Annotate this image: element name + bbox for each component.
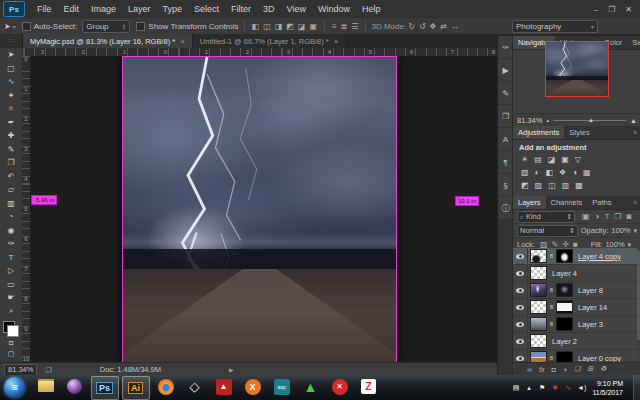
canvas-document[interactable] <box>122 56 397 362</box>
menu-item[interactable]: Help <box>356 4 387 14</box>
hue-saturation-icon[interactable]: ▧ <box>521 168 529 177</box>
distribute-middle-icon[interactable]: ≣ <box>341 22 348 31</box>
color-balance-icon[interactable]: ◐ <box>535 168 540 177</box>
crop-tool[interactable]: ⌗ <box>0 102 22 116</box>
close-tab-icon[interactable]: × <box>334 37 339 46</box>
eraser-tool[interactable]: ▱ <box>0 183 22 197</box>
vertical-guide-left[interactable] <box>122 56 123 362</box>
layer-name[interactable]: Layer 3 <box>575 320 603 329</box>
layer-row[interactable]: 8 Layer 3 <box>513 316 637 333</box>
new-group-icon[interactable]: ❏ <box>574 365 580 373</box>
align-left-edges-icon[interactable]: ◧ <box>252 22 260 31</box>
actions-icon[interactable]: ▶ <box>498 59 513 82</box>
3d-slide-icon[interactable]: ⇄ <box>440 22 447 31</box>
black-white-icon[interactable]: ◧ <box>545 168 553 177</box>
color-lookup-icon[interactable]: ▦ <box>583 168 591 177</box>
minimize-button[interactable]: – <box>594 5 598 14</box>
gradient-map-icon[interactable]: ▥ <box>562 181 570 190</box>
levels-icon[interactable]: ▤ <box>534 155 542 164</box>
zapya[interactable]: Z <box>356 376 382 398</box>
visibility-toggle[interactable] <box>513 350 528 362</box>
show-transform-checkbox[interactable] <box>136 22 145 31</box>
channel-mixer-icon[interactable]: ◑ <box>572 168 577 177</box>
document-tab-mymagic[interactable]: MyMagic.psd @ 81.3% (Layer 16, RGB/8) * … <box>23 34 192 48</box>
panel-tab[interactable]: Paths <box>587 196 616 209</box>
distribute-bottom-icon[interactable]: ☰ <box>351 22 358 31</box>
photo-filter-icon[interactable]: ❖ <box>559 168 566 177</box>
layer-name[interactable]: Layer 4 <box>549 269 577 278</box>
layer-name[interactable]: Layer 0 copy <box>575 354 621 363</box>
layer-style-icon[interactable]: fx <box>539 366 544 373</box>
panel-tab[interactable]: Swatches <box>627 36 640 49</box>
align-vertical-centers-icon[interactable]: ◪ <box>298 22 306 31</box>
distribute-top-icon[interactable]: ≡ <box>332 22 337 31</box>
panel-tab[interactable]: Channels <box>546 196 588 209</box>
healing-brush-tool[interactable]: ✚ <box>0 129 22 143</box>
layer-name[interactable]: Layer 14 <box>575 303 607 312</box>
filter-adjustment-layers-icon[interactable]: ◑ <box>595 212 600 221</box>
brush-panel-icon[interactable]: ✎ <box>498 82 513 105</box>
status-menu-icon[interactable]: ❏ <box>45 366 51 374</box>
align-right-edges-icon[interactable]: ◨ <box>275 22 283 31</box>
menu-item[interactable]: 3D <box>257 4 281 14</box>
filter-shape-layers-icon[interactable]: ❒ <box>614 212 621 221</box>
photoshop[interactable]: Ps <box>91 376 119 400</box>
align-bottom-edges-icon[interactable]: ▣ <box>309 22 317 31</box>
layer-mask-thumbnail[interactable] <box>556 300 573 314</box>
background-color-swatch[interactable] <box>7 325 19 337</box>
clone-source-icon[interactable]: ❐ <box>498 105 513 128</box>
move-tool[interactable]: ➤ <box>0 48 22 62</box>
navigator-proxy-view[interactable] <box>545 41 609 97</box>
tab-layers[interactable]: Layers <box>513 196 546 209</box>
filter-pixel-layers-icon[interactable]: ▣ <box>582 212 590 221</box>
auto-select-mode-dropdown[interactable]: Group ⇕ <box>82 20 130 33</box>
filter-type-layers-icon[interactable]: T <box>604 212 609 221</box>
menu-item[interactable]: Edit <box>58 4 86 14</box>
navigator-zoom-value[interactable]: 81.34% <box>517 116 542 125</box>
workspace-switcher[interactable]: Photography ▾ <box>512 20 598 33</box>
navigator-zoom-slider[interactable]: ▲ <box>553 120 626 121</box>
layer-mask-thumbnail[interactable] <box>556 283 573 297</box>
path-selection-tool[interactable]: ▷ <box>0 264 22 278</box>
menu-item[interactable]: Select <box>188 4 225 14</box>
tab-styles[interactable]: Styles <box>564 126 594 139</box>
brush-tool[interactable]: ✎ <box>0 143 22 157</box>
restore-button[interactable]: ❐ <box>608 5 615 14</box>
rectangular-marquee-tool[interactable]: ▢ <box>0 62 22 76</box>
pen-tool[interactable]: ✑ <box>0 237 22 251</box>
layer-thumbnail[interactable] <box>530 266 547 280</box>
add-layer-mask-icon[interactable]: ◘ <box>551 366 555 373</box>
lasso-tool[interactable]: ∿ <box>0 75 22 89</box>
3d-scale-icon[interactable]: ↔ <box>451 22 459 31</box>
zoom-in-icon[interactable]: ▲ <box>630 117 637 124</box>
blend-mode-dropdown[interactable]: Normal ⇕ <box>517 225 578 237</box>
hidden-icons-arrow[interactable]: ▴ <box>525 384 533 392</box>
auto-select-checkbox[interactable] <box>22 22 31 31</box>
3d-rotate-icon[interactable]: ↻ <box>408 22 415 31</box>
visibility-toggle[interactable] <box>513 316 528 332</box>
volume-icon[interactable]: ◄) <box>577 384 586 391</box>
zoom-tool[interactable]: ⌕ <box>0 305 22 319</box>
visibility-toggle[interactable] <box>513 333 528 349</box>
slider-thumb[interactable]: ▲ <box>588 117 594 123</box>
brush-presets-icon[interactable]: ✑ <box>498 36 513 59</box>
shape-tool[interactable]: ▭ <box>0 278 22 292</box>
paragraph-panel-icon[interactable]: ¶ <box>498 151 513 174</box>
threshold-icon[interactable]: ◫ <box>548 181 556 190</box>
invert-icon[interactable]: ◩ <box>521 181 529 190</box>
menu-item[interactable]: File <box>31 4 58 14</box>
horizontal-guide[interactable] <box>122 56 397 57</box>
character-panel-icon[interactable]: A <box>498 128 513 151</box>
action-center-icon[interactable]: ⚑ <box>538 384 546 392</box>
layer-row[interactable]: 8 Layer 14 <box>513 299 637 316</box>
new-layer-icon[interactable]: ⊞ <box>587 365 593 373</box>
visibility-toggle[interactable] <box>513 265 528 281</box>
menu-item[interactable]: Type <box>157 4 189 14</box>
menu-item[interactable]: Filter <box>225 4 257 14</box>
quick-selection-tool[interactable]: ✦ <box>0 89 22 103</box>
close-tab-icon[interactable]: × <box>180 37 185 46</box>
menu-item[interactable]: Window <box>312 4 356 14</box>
type-tool[interactable]: T <box>0 251 22 265</box>
taskbar-clock[interactable]: 9:10 PM 11/5/2017 <box>586 379 629 397</box>
visibility-toggle[interactable] <box>513 282 528 298</box>
